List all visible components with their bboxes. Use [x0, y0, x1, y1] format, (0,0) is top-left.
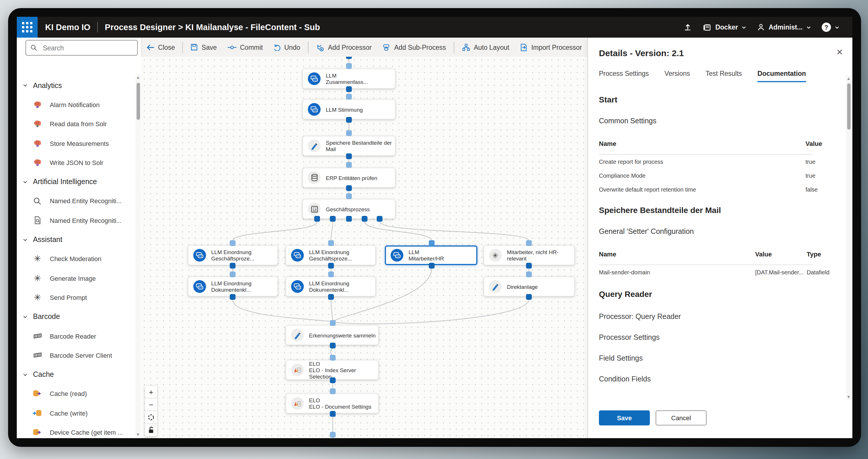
port[interactable] [346, 57, 352, 59]
tab-test-results[interactable]: Test Results [706, 70, 742, 82]
port[interactable] [330, 377, 336, 383]
node-llm-einordnung-geschaeftsprozess-2[interactable]: LLM EinordnungGeschäftsproze... [286, 245, 376, 265]
scrollbar-thumb[interactable] [847, 83, 850, 130]
scrollbar-thumb[interactable] [136, 83, 140, 120]
port[interactable] [230, 263, 236, 269]
port[interactable] [330, 432, 336, 437]
port[interactable] [429, 263, 435, 269]
tab-versions[interactable]: Versions [664, 70, 690, 82]
sidebar-item[interactable]: Read data from Solr [17, 114, 132, 134]
tab-documentation[interactable]: Documentation [757, 70, 806, 82]
node-speichere-bestandteile[interactable]: Speichere Bestandteile derMail [303, 136, 395, 156]
port[interactable] [377, 216, 382, 222]
search-box[interactable] [26, 40, 138, 56]
port[interactable] [346, 216, 352, 222]
sidebar-item[interactable]: Store Measurements [17, 134, 132, 153]
node-llm-einordnung-dokumentenklasse-2[interactable]: LLM EinordnungDokumentenkl... [286, 277, 376, 296]
port[interactable] [526, 240, 532, 246]
port[interactable] [362, 216, 368, 222]
fit-view-button[interactable] [145, 411, 157, 424]
port[interactable] [429, 240, 435, 246]
sidebar-item[interactable]: Alarm Notification [17, 95, 132, 115]
sidebar-item[interactable]: Named Entity Recogniti... [17, 192, 132, 211]
zoom-out-button[interactable]: − [145, 398, 157, 411]
node-llm-mitarbeiter-hr-selected[interactable]: LLMMitarbeiter/HR [385, 245, 477, 265]
port[interactable] [526, 263, 532, 269]
port[interactable] [346, 193, 352, 199]
node-elo-index-server-selection[interactable]: ELOELO - Index Server Selection [286, 360, 378, 380]
scroll-up-icon[interactable]: ▲ [135, 75, 141, 81]
port[interactable] [230, 294, 236, 300]
port[interactable] [526, 294, 532, 300]
auto-layout-button[interactable]: Auto Layout [456, 38, 515, 57]
add-subprocess-button[interactable]: Add Sub-Process [377, 38, 451, 57]
sidebar-item[interactable]: Cache (read) [17, 384, 132, 404]
sidebar-item[interactable]: ✳ Check Moderation [17, 249, 132, 269]
sidebar-group-cache[interactable]: Cache [17, 365, 132, 384]
port[interactable] [346, 86, 352, 92]
sidebar-group-analytics[interactable]: Analytics [17, 76, 132, 95]
port[interactable] [330, 343, 336, 348]
port[interactable] [230, 272, 236, 277]
node-elo-document-settings[interactable]: ELOELO - Document Settings [286, 394, 378, 413]
help-dropdown[interactable]: ? [822, 23, 840, 32]
sidebar-group-assistant[interactable]: Assistant [17, 230, 132, 249]
port[interactable] [346, 153, 352, 159]
port[interactable] [346, 185, 352, 191]
port[interactable] [314, 216, 320, 222]
tab-process-settings[interactable]: Process Settings [599, 70, 649, 82]
port[interactable] [330, 216, 336, 222]
scroll-down-icon[interactable]: ▼ [135, 432, 141, 437]
lock-button[interactable] [145, 424, 157, 436]
port[interactable] [328, 240, 334, 246]
node-erp-entitaeten-pruefen[interactable]: ERP Entitäten prüfen [303, 168, 395, 187]
node-llm-stimmung[interactable]: LLM Stimmung [303, 99, 395, 119]
sidebar-group-barcode[interactable]: Barcode [17, 307, 132, 327]
zoom-in-button[interactable]: + [145, 386, 157, 398]
scroll-down-icon[interactable]: ▼ [846, 394, 851, 400]
save-button[interactable]: Save [599, 410, 650, 425]
port[interactable] [346, 117, 352, 123]
port[interactable] [330, 388, 336, 394]
scroll-up-icon[interactable]: ▲ [846, 76, 851, 82]
app-launcher-button[interactable] [17, 17, 38, 38]
sidebar-group-artificial-intelligence[interactable]: Artificial Intelligence [17, 172, 132, 192]
import-processor-button[interactable]: Import Processor [515, 38, 587, 57]
sidebar-item[interactable]: Barcode Server Client [17, 345, 132, 365]
save-button[interactable]: Save [185, 38, 222, 57]
sidebar-item[interactable]: ✳ Generate Image [17, 269, 132, 288]
sidebar-item[interactable]: Write JSON to Solr [17, 153, 132, 172]
sidebar-item[interactable]: Cache (write) [17, 403, 132, 423]
port[interactable] [230, 240, 236, 246]
sidebar-item[interactable]: Named Entity Recogniti... [17, 211, 132, 230]
node-llm-zusammenfassung[interactable]: LLMZusammenfass... [303, 69, 395, 89]
port[interactable] [526, 272, 532, 277]
sidebar-item[interactable]: Device Cache (get item ... [17, 423, 132, 438]
node-direktanlage[interactable]: Direktanlage [484, 277, 575, 296]
commit-button[interactable]: Commit [222, 38, 268, 57]
sidebar-item[interactable]: ✳ Send Prompt [17, 288, 132, 307]
port[interactable] [330, 355, 336, 361]
port[interactable] [346, 130, 352, 136]
close-button[interactable]: Close [141, 38, 180, 57]
environment-dropdown[interactable]: Docker [703, 23, 746, 32]
close-icon[interactable]: ✕ [834, 47, 845, 57]
port[interactable] [328, 294, 334, 300]
node-llm-einordnung-geschaeftsprozess-1[interactable]: LLM EinordnungGeschäftsproze... [188, 245, 278, 265]
node-mitarbeiter-nicht-hr-relevant[interactable]: ✳ Mitarbeiter, nicht HR-relevant [484, 245, 575, 265]
sidebar-scrollbar[interactable]: ▲ ▼ [135, 75, 141, 437]
undo-button[interactable]: Undo [268, 38, 306, 57]
upload-button[interactable] [683, 23, 692, 32]
port[interactable] [330, 320, 336, 326]
port[interactable] [328, 272, 334, 277]
cancel-button[interactable]: Cancel [656, 410, 707, 425]
port[interactable] [346, 162, 352, 168]
add-processor-button[interactable]: Add Processor [311, 38, 377, 57]
port[interactable] [328, 263, 334, 269]
sidebar-item[interactable]: Barcode Reader [17, 327, 132, 346]
process-canvas[interactable]: LLMZusammenfass... LLM Stimmung Speicher… [141, 57, 587, 438]
node-llm-einordnung-dokumentenklasse-1[interactable]: LLM EinordnungDokumentenkl... [188, 277, 278, 296]
search-input[interactable] [42, 44, 119, 52]
port[interactable] [346, 63, 352, 69]
user-dropdown[interactable]: Administ... [757, 23, 811, 31]
